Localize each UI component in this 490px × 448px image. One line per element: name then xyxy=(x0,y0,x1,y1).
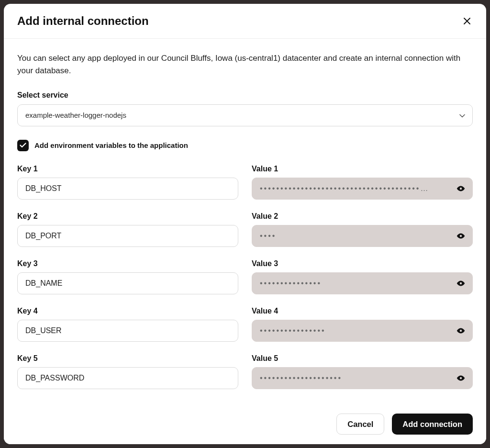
cancel-button[interactable]: Cancel xyxy=(336,414,384,435)
value-input[interactable] xyxy=(252,178,473,200)
value-input[interactable] xyxy=(252,367,473,389)
check-icon xyxy=(20,143,26,148)
key-input[interactable] xyxy=(17,272,238,294)
intro-text: You can select any app deployed in our C… xyxy=(17,52,473,78)
key-input[interactable] xyxy=(17,367,238,389)
svg-point-1 xyxy=(460,235,462,236)
env-var-row: Key 3 Value 3 xyxy=(17,259,473,294)
close-icon xyxy=(463,17,471,25)
svg-point-2 xyxy=(460,282,462,284)
close-button[interactable] xyxy=(461,15,473,27)
dialog-add-internal-connection: Add internal connection You can select a… xyxy=(4,4,486,444)
eye-icon xyxy=(457,328,465,334)
key-input[interactable] xyxy=(17,178,238,200)
dialog-body: You can select any app deployed in our C… xyxy=(4,39,486,406)
key-label: Key 3 xyxy=(17,259,238,268)
key-input[interactable] xyxy=(17,225,238,247)
env-vars-list: Key 1 Value 1 xyxy=(17,165,473,389)
reveal-button[interactable] xyxy=(455,231,467,241)
select-service[interactable]: example-weather-logger-nodejs xyxy=(17,104,473,126)
value-label: Value 4 xyxy=(252,307,473,315)
dialog-footer: Cancel Add connection xyxy=(4,406,486,444)
value-label: Value 1 xyxy=(252,165,473,173)
env-var-row: Key 1 Value 1 xyxy=(17,165,473,200)
env-var-row: Key 5 Value 5 xyxy=(17,354,473,389)
value-label: Value 2 xyxy=(252,212,473,221)
add-env-vars-checkbox[interactable] xyxy=(17,140,29,151)
reveal-button[interactable] xyxy=(455,279,467,288)
value-label: Value 5 xyxy=(252,354,473,363)
select-service-wrap: example-weather-logger-nodejs xyxy=(17,104,473,126)
dialog-title: Add internal connection xyxy=(17,14,149,28)
env-var-row: Key 2 Value 2 xyxy=(17,212,473,247)
reveal-button[interactable] xyxy=(455,326,467,336)
value-label: Value 3 xyxy=(252,259,473,268)
svg-point-3 xyxy=(460,329,462,331)
key-input[interactable] xyxy=(17,320,238,342)
value-input[interactable] xyxy=(252,272,473,294)
key-label: Key 4 xyxy=(17,307,238,315)
checkbox-row: Add environment variables to the applica… xyxy=(17,140,473,151)
eye-icon xyxy=(457,233,465,239)
key-label: Key 2 xyxy=(17,212,238,221)
key-label: Key 5 xyxy=(17,354,238,363)
reveal-button[interactable] xyxy=(455,184,467,193)
reveal-button[interactable] xyxy=(455,373,467,383)
eye-icon xyxy=(457,375,465,381)
eye-icon xyxy=(457,280,465,286)
dialog-header: Add internal connection xyxy=(4,4,486,39)
value-input[interactable] xyxy=(252,225,473,247)
key-label: Key 1 xyxy=(17,165,238,173)
value-input[interactable] xyxy=(252,320,473,342)
add-env-vars-label: Add environment variables to the applica… xyxy=(34,141,188,149)
add-connection-button[interactable]: Add connection xyxy=(392,414,473,435)
svg-point-0 xyxy=(460,187,462,189)
svg-point-4 xyxy=(460,377,462,379)
select-service-label: Select service xyxy=(17,91,473,100)
eye-icon xyxy=(457,186,465,191)
env-var-row: Key 4 Value 4 xyxy=(17,307,473,342)
